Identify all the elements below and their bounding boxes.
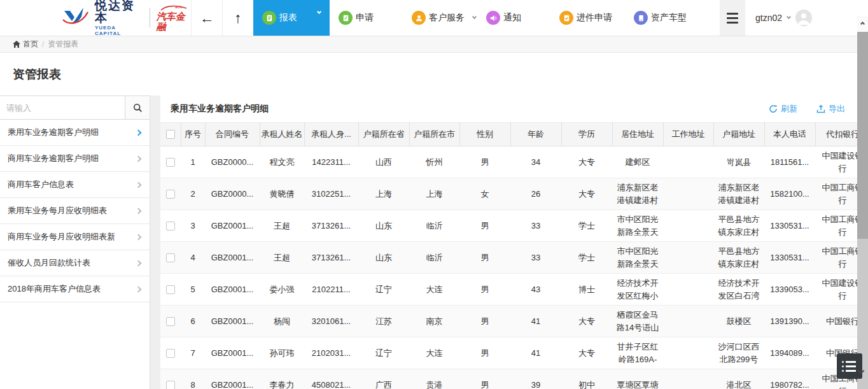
tab-reports[interactable]: 报表 [253, 0, 330, 36]
cell-live_addr: 市中区阳光新路全景天 [612, 210, 663, 242]
nav-item-label: 客户服务 [429, 12, 465, 24]
row-checkbox-cell [160, 369, 181, 389]
row-checkbox[interactable] [166, 158, 175, 167]
cell-id_no: 2102211... [304, 274, 358, 306]
row-checkbox[interactable] [166, 222, 175, 230]
scrollbar-thumb[interactable] [857, 32, 868, 239]
titlebar: 资管报表 [0, 53, 868, 95]
column-header: 承租人姓名 [260, 123, 304, 146]
sidebar-item[interactable]: 商用车业务每月应收明细表新 [0, 224, 150, 250]
cell-phone: 1330531... [764, 242, 815, 274]
cell-work_addr [663, 369, 713, 389]
logo[interactable]: 悦达资本 YUEDA CAPITAL auto 汽车金融 [0, 0, 191, 36]
chevron-right-icon [136, 155, 142, 162]
sidebar-item[interactable]: 乘用车业务逾期客户明细 [0, 120, 150, 146]
customer-service-icon [412, 11, 426, 25]
hamburger-menu-button[interactable] [720, 0, 745, 36]
intake-apply-icon [559, 11, 573, 25]
nav-item-apply[interactable]: 申请 [339, 11, 374, 25]
svg-text:auto: auto [175, 5, 183, 9]
cell-city: 贵港 [409, 369, 459, 389]
sidebar-item[interactable]: 商用车客户信息表 [0, 172, 150, 198]
cell-name: 孙可玮 [260, 337, 304, 369]
row-checkbox[interactable] [166, 349, 175, 358]
back-arrow-button[interactable]: ← [191, 0, 222, 36]
sidebar-item[interactable]: 催收人员月回款统计表 [0, 250, 150, 276]
sidebar-item-label: 商用车业务逾期客户明细 [8, 153, 99, 164]
sidebar-item[interactable]: 商用车业务逾期客户明细 [0, 146, 150, 172]
table-row: 1GBZ0000...程文亮1422311...山西忻州男34大专建邺区岢岚县1… [160, 146, 868, 178]
cell-education: 初中 [561, 369, 612, 389]
asset-model-icon [634, 11, 648, 25]
cell-province: 辽宁 [358, 337, 409, 369]
cell-name: 娄小强 [260, 274, 304, 306]
cell-reg_addr: 平邑县地方镇东家庄村 [713, 210, 764, 242]
cell-name: 李春力 [260, 369, 304, 389]
row-checkbox[interactable] [166, 253, 175, 262]
sidebar-item-label: 商用车业务每月应收明细表新 [8, 231, 115, 243]
nav-item-label: 资产车型 [651, 12, 687, 24]
nav-item-asset-model[interactable]: 资产车型 [634, 11, 687, 25]
cell-education: 学士 [561, 242, 612, 274]
column-header: 户籍所在市 [409, 123, 459, 146]
cell-contract: GBZ0000... [205, 178, 260, 210]
nav-item-label: 申请 [356, 12, 374, 24]
cell-work_addr [663, 210, 713, 242]
select-all-checkbox[interactable] [166, 130, 175, 139]
chevron-right-icon [136, 286, 142, 292]
nav-item-customer-service[interactable]: 客户服务 [412, 11, 476, 25]
cell-province: 广西 [358, 369, 409, 389]
cell-work_addr [663, 178, 713, 210]
nav-item-label: 通知 [503, 12, 521, 24]
cell-contract: GBZ0001... [205, 210, 260, 242]
row-checkbox[interactable] [166, 317, 175, 326]
column-header: 学历 [561, 123, 612, 146]
avatar[interactable] [795, 10, 812, 26]
cell-reg_addr: 鼓楼区 [713, 306, 764, 337]
user-menu[interactable]: gtzn02 [745, 0, 868, 36]
table-row: 7GBZ0001...孙可玮2102031...辽宁大连男41大专甘井子区红岭路… [160, 337, 868, 369]
cell-id_no: 4508021... [304, 369, 358, 389]
row-checkbox-cell [160, 210, 181, 242]
chevron-right-icon [136, 208, 142, 214]
nav-item-intake-apply[interactable]: 进件申请 [559, 11, 612, 25]
cell-gender: 男 [459, 146, 510, 178]
up-arrow-button[interactable]: ↑ [222, 0, 253, 36]
search-input[interactable] [0, 96, 125, 119]
nav-items: 申请客户服务通知进件申请资产车型 [330, 0, 687, 36]
cell-education: 大专 [561, 337, 612, 369]
cell-live_addr: 栖霞区金马路14号语山 [612, 306, 663, 337]
export-button[interactable]: 导出 [816, 103, 845, 115]
search-button[interactable] [125, 96, 150, 119]
row-checkbox[interactable] [166, 190, 175, 199]
table-row: 2GBZ0000...黄晓倩3102251...上海上海女26大专浦东新区老港镇… [160, 178, 868, 210]
cell-work_addr [663, 242, 713, 274]
cell-gender: 男 [459, 306, 510, 337]
row-checkbox[interactable] [166, 285, 175, 294]
collapse-chevron-down-icon[interactable] [859, 364, 864, 376]
sidebar-item[interactable]: 乘用车业务每月应收明细表 [0, 198, 150, 224]
cell-phone: 1811561... [764, 146, 815, 178]
tab-reports-label: 报表 [279, 12, 297, 24]
cell-reg_addr: 沙河口区西北路299号 [713, 337, 764, 369]
cell-name: 王超 [260, 242, 304, 274]
sidebar-search [0, 95, 150, 120]
cell-age: 41 [510, 306, 561, 337]
row-checkbox[interactable] [166, 381, 175, 389]
sidebar-item-label: 乘用车业务每月应收明细表 [8, 205, 107, 216]
column-header: 户籍所在省 [358, 123, 409, 146]
customer-table: 序号合同编号承租人姓名承租人身...户籍所在省户籍所在市性别年龄学历居住地址工作… [160, 122, 868, 389]
breadcrumb-home-link[interactable]: 首页 [13, 39, 38, 50]
cell-live_addr: 甘井子区红岭路169A- [612, 337, 663, 369]
sidebar-item[interactable]: 2018年商用车客户信息表 [0, 276, 150, 302]
cell-phone: 1582100... [764, 178, 815, 210]
cell-reg_addr: 港北区 [713, 369, 764, 389]
breadcrumb-separator: / [42, 40, 44, 49]
cell-phone: 1391390... [764, 306, 815, 337]
scrollbar-up-button[interactable] [857, 16, 868, 32]
row-checkbox-cell [160, 274, 181, 306]
cell-gender: 男 [459, 242, 510, 274]
refresh-button[interactable]: 刷新 [769, 103, 797, 115]
list-toggle-button[interactable] [837, 353, 862, 379]
nav-item-notification[interactable]: 通知 [486, 11, 521, 25]
